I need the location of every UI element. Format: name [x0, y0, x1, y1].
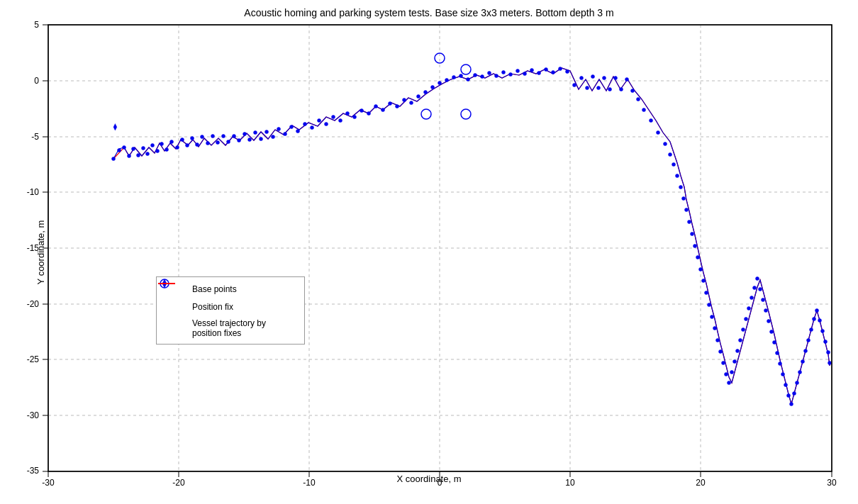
- svg-point-62: [186, 144, 189, 147]
- svg-point-104: [452, 76, 456, 79]
- svg-point-135: [657, 131, 660, 135]
- svg-point-122: [580, 77, 584, 80]
- svg-point-141: [682, 197, 686, 201]
- svg-point-112: [509, 73, 513, 77]
- svg-point-83: [303, 123, 307, 126]
- svg-point-51: [132, 147, 135, 151]
- svg-point-66: [206, 142, 210, 145]
- svg-point-145: [693, 245, 697, 248]
- svg-text:0: 0: [438, 478, 442, 488]
- legend-label-position-fix: Position fix: [192, 302, 233, 312]
- svg-point-94: [381, 108, 385, 112]
- svg-point-85: [318, 119, 321, 123]
- svg-text:-25: -25: [27, 354, 40, 364]
- svg-point-95: [389, 102, 392, 106]
- svg-point-93: [374, 105, 378, 108]
- svg-point-79: [277, 128, 281, 131]
- svg-point-77: [265, 130, 269, 134]
- svg-point-87: [332, 116, 335, 119]
- svg-point-117: [545, 68, 548, 72]
- svg-point-134: [650, 119, 653, 123]
- svg-point-171: [767, 320, 771, 323]
- svg-point-177: [784, 383, 788, 387]
- svg-point-59: [170, 140, 174, 144]
- svg-point-115: [530, 69, 534, 72]
- svg-point-116: [537, 72, 541, 75]
- svg-point-56: [156, 150, 160, 153]
- svg-point-180: [793, 392, 796, 396]
- svg-point-148: [702, 279, 706, 283]
- svg-point-96: [396, 105, 399, 108]
- svg-point-137: [669, 153, 672, 157]
- legend-label-vessel-trajectory: Vessel trajectory by position fixes: [192, 318, 294, 338]
- svg-point-147: [699, 268, 703, 271]
- svg-point-185: [807, 339, 810, 342]
- svg-point-189: [818, 319, 822, 323]
- svg-point-167: [756, 277, 759, 281]
- chart-svg: -30 -20 -10 0 10 20 30 5 0 -5 -10 -15 -2…: [0, 0, 858, 504]
- svg-point-174: [776, 352, 779, 355]
- svg-point-156: [725, 373, 728, 376]
- svg-point-100: [424, 91, 428, 94]
- svg-point-125: [597, 86, 601, 90]
- svg-point-105: [459, 74, 463, 78]
- svg-point-97: [403, 99, 406, 102]
- svg-point-154: [719, 350, 723, 354]
- svg-point-109: [488, 72, 491, 75]
- svg-text:-15: -15: [27, 243, 40, 253]
- svg-point-61: [181, 138, 184, 142]
- svg-point-178: [787, 394, 791, 398]
- svg-point-146: [696, 256, 700, 259]
- svg-point-101: [431, 86, 435, 89]
- svg-point-123: [586, 86, 589, 90]
- svg-point-173: [773, 341, 776, 345]
- svg-text:-30: -30: [27, 410, 40, 420]
- svg-point-165: [750, 296, 754, 300]
- svg-point-53: [142, 147, 145, 150]
- svg-point-157: [728, 381, 731, 385]
- svg-point-193: [828, 362, 832, 365]
- svg-point-191: [824, 340, 828, 344]
- svg-point-136: [664, 142, 667, 146]
- svg-point-48: [118, 149, 121, 152]
- svg-point-188: [815, 309, 819, 313]
- svg-point-126: [603, 77, 606, 80]
- svg-point-118: [552, 71, 555, 74]
- svg-point-138: [672, 163, 676, 167]
- svg-text:20: 20: [696, 478, 706, 488]
- svg-point-155: [722, 362, 725, 365]
- svg-point-106: [467, 78, 470, 82]
- svg-point-182: [798, 371, 802, 374]
- legend-item-vessel-trajectory: Vessel trajectory by position fixes: [167, 318, 294, 338]
- svg-point-179: [790, 403, 793, 406]
- svg-point-92: [367, 112, 371, 116]
- svg-point-128: [614, 77, 618, 80]
- svg-point-158: [730, 371, 734, 374]
- legend-icon-position-fix: [167, 301, 186, 313]
- svg-point-98: [410, 101, 413, 105]
- svg-point-64: [196, 143, 199, 147]
- svg-point-67: [211, 135, 215, 138]
- svg-point-170: [764, 309, 768, 313]
- svg-point-65: [201, 135, 204, 139]
- svg-text:-10: -10: [303, 478, 316, 488]
- svg-point-163: [745, 318, 748, 321]
- svg-point-161: [739, 339, 742, 342]
- svg-point-124: [591, 75, 595, 79]
- svg-point-140: [679, 186, 683, 189]
- svg-point-166: [753, 286, 757, 290]
- svg-point-133: [642, 108, 646, 112]
- svg-point-152: [713, 327, 717, 330]
- svg-point-186: [810, 328, 813, 332]
- svg-text:-5: -5: [31, 132, 39, 142]
- svg-point-111: [502, 71, 506, 74]
- legend-icon-vessel-trajectory: [167, 322, 186, 335]
- svg-point-175: [779, 362, 782, 366]
- svg-point-107: [474, 74, 477, 77]
- svg-point-88: [339, 119, 342, 123]
- legend-label-base-points: Base points: [192, 284, 237, 294]
- svg-point-58: [165, 148, 169, 152]
- svg-point-114: [523, 72, 527, 76]
- svg-point-139: [676, 174, 679, 178]
- svg-point-47: [112, 157, 116, 161]
